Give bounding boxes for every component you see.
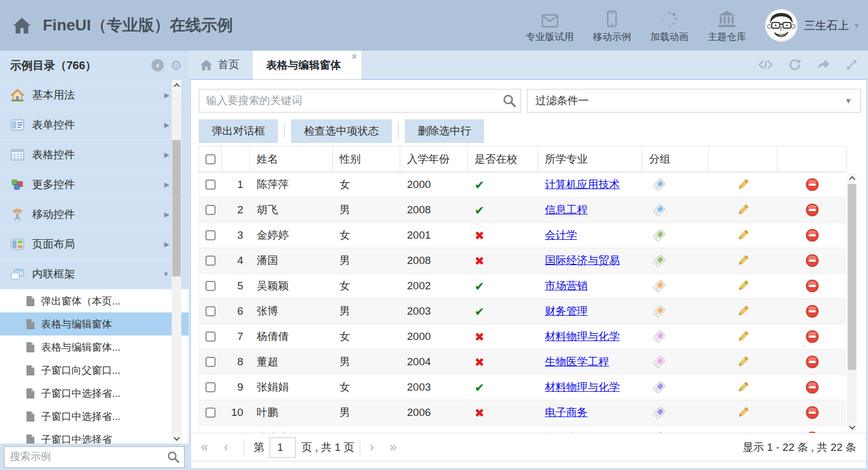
sidebar-menu-item[interactable]: 移动控件 ▶ bbox=[0, 200, 189, 230]
sidebar-menu-item[interactable]: 页面布局 ▶ bbox=[0, 230, 189, 259]
major-link[interactable]: 计算机应用技术 bbox=[545, 177, 620, 192]
scrollbar-thumb[interactable] bbox=[172, 140, 181, 276]
prev-page-icon[interactable]: ‹ bbox=[224, 441, 229, 454]
scrollbar-thumb[interactable] bbox=[848, 184, 856, 370]
major-link[interactable]: 材料物理与化学 bbox=[545, 380, 620, 395]
delete-icon[interactable] bbox=[777, 350, 846, 374]
sidebar-menu-item[interactable]: 更多控件 ▶ bbox=[0, 170, 189, 200]
enrolled-cross-icon: ✖ bbox=[475, 331, 485, 343]
delete-icon[interactable] bbox=[777, 324, 846, 349]
major-link[interactable]: 电子商务 bbox=[545, 405, 588, 420]
user-menu[interactable]: 三生石上 ▼ bbox=[765, 9, 860, 42]
row-checkbox[interactable] bbox=[205, 256, 216, 266]
toolbar-button[interactable]: 删除选中行 bbox=[405, 119, 484, 143]
delete-icon[interactable] bbox=[777, 172, 846, 197]
row-checkbox[interactable] bbox=[205, 205, 216, 215]
sidebar-menu-item[interactable]: 基本用法 ▶ bbox=[0, 80, 189, 110]
delete-icon[interactable] bbox=[777, 400, 846, 425]
tab-grid-edit-window[interactable]: 表格与编辑窗体 × bbox=[253, 51, 361, 79]
row-checkbox[interactable] bbox=[205, 180, 216, 190]
delete-icon[interactable] bbox=[777, 223, 846, 248]
code-icon[interactable] bbox=[758, 59, 773, 70]
row-checkbox[interactable] bbox=[205, 230, 216, 240]
share-icon[interactable] bbox=[817, 59, 830, 70]
page-prefix-label: 第 bbox=[253, 440, 264, 455]
sidebar-scrollbar[interactable] bbox=[172, 80, 181, 444]
edit-icon[interactable] bbox=[709, 299, 777, 324]
refresh-icon[interactable] bbox=[788, 59, 802, 71]
scroll-up-icon[interactable] bbox=[847, 173, 857, 183]
scroll-down-icon[interactable] bbox=[847, 422, 857, 432]
sidebar-sub-item[interactable]: 弹出窗体（本页... bbox=[0, 289, 189, 312]
row-checkbox[interactable] bbox=[205, 357, 216, 367]
sidebar-menu-item[interactable]: 内联框架 ▼ bbox=[0, 259, 189, 289]
row-checkbox[interactable] bbox=[205, 306, 216, 316]
delete-icon[interactable] bbox=[777, 426, 846, 433]
cell-name: 陈萍萍 bbox=[250, 172, 333, 197]
last-page-icon[interactable]: » bbox=[390, 441, 397, 454]
sidebar-search-input[interactable] bbox=[5, 447, 184, 467]
major-link[interactable]: 材料物理与化学 bbox=[545, 329, 620, 344]
edit-icon[interactable] bbox=[709, 172, 777, 197]
collapse-sidebar-icon[interactable]: ‹ bbox=[151, 59, 164, 71]
select-all-checkbox[interactable] bbox=[205, 154, 216, 164]
sidebar-sub-item[interactable]: 子窗口中选择省... bbox=[0, 405, 189, 428]
delete-icon[interactable] bbox=[777, 299, 846, 324]
expand-icon[interactable] bbox=[845, 59, 858, 71]
edit-icon[interactable] bbox=[709, 198, 777, 222]
topnav-item[interactable]: 专业版试用 bbox=[526, 7, 574, 43]
edit-icon[interactable] bbox=[709, 426, 777, 433]
topnav-item[interactable]: 主题仓库 bbox=[708, 7, 746, 43]
cell-year: 2004 bbox=[400, 350, 468, 374]
row-checkbox[interactable] bbox=[205, 382, 216, 392]
delete-icon[interactable] bbox=[777, 274, 846, 298]
table-scrollbar[interactable] bbox=[847, 173, 857, 432]
topnav-item[interactable]: 加载动画 bbox=[650, 7, 688, 43]
filter-dropdown[interactable]: 过滤条件一 ▼ bbox=[527, 89, 861, 113]
file-icon bbox=[26, 411, 35, 422]
edit-icon[interactable] bbox=[709, 400, 777, 425]
delete-icon[interactable] bbox=[777, 375, 846, 400]
file-icon bbox=[26, 434, 35, 444]
sidebar-sub-item[interactable]: 子窗口中选择省... bbox=[0, 382, 189, 405]
major-link[interactable]: 会计学 bbox=[545, 228, 577, 243]
delete-icon[interactable] bbox=[777, 248, 846, 273]
table-toolbar: 弹出对话框检查选中项状态删除选中行 bbox=[199, 119, 484, 143]
edit-icon[interactable] bbox=[709, 324, 777, 349]
row-checkbox[interactable] bbox=[205, 281, 216, 291]
major-link[interactable]: 信息工程 bbox=[545, 203, 588, 217]
edit-icon[interactable] bbox=[709, 375, 777, 400]
major-link[interactable]: 生物医学工程 bbox=[545, 355, 609, 369]
house-icon bbox=[10, 88, 25, 102]
scroll-up-icon[interactable] bbox=[172, 80, 181, 91]
sidebar-sub-item[interactable]: 子窗口中选择省 bbox=[0, 428, 189, 444]
major-link[interactable]: 财务管理 bbox=[545, 304, 588, 319]
sidebar-menu-item[interactable]: 表单控件 ▶ bbox=[0, 110, 189, 140]
page-number-input[interactable] bbox=[270, 437, 296, 458]
cell-gender: 男 bbox=[333, 400, 400, 425]
sidebar-sub-item[interactable]: 表格与编辑窗体... bbox=[0, 335, 189, 359]
edit-icon[interactable] bbox=[709, 274, 777, 298]
row-checkbox[interactable] bbox=[205, 332, 216, 342]
sidebar-sub-item[interactable]: 子窗口向父窗口... bbox=[0, 359, 189, 382]
topnav-item[interactable]: 移动示例 bbox=[593, 7, 631, 43]
toolbar-button[interactable]: 检查选中项状态 bbox=[291, 119, 392, 143]
sidebar-menu-item[interactable]: 表格控件 ▶ bbox=[0, 140, 189, 170]
major-link[interactable]: 国际经济与贸易 bbox=[545, 253, 620, 268]
search-icon[interactable] bbox=[503, 94, 516, 108]
scroll-down-icon[interactable] bbox=[172, 433, 181, 444]
toolbar-button[interactable]: 弹出对话框 bbox=[199, 119, 278, 143]
tab-home[interactable]: 首页 bbox=[189, 51, 250, 79]
keyword-search-input[interactable] bbox=[199, 89, 521, 112]
edit-icon[interactable] bbox=[709, 223, 777, 248]
next-page-icon[interactable]: › bbox=[369, 441, 374, 454]
row-checkbox[interactable] bbox=[205, 408, 216, 418]
delete-icon[interactable] bbox=[777, 198, 846, 222]
major-link[interactable]: 市场营销 bbox=[545, 279, 588, 293]
edit-icon[interactable] bbox=[709, 248, 777, 273]
close-icon[interactable]: × bbox=[352, 52, 357, 61]
first-page-icon[interactable]: « bbox=[201, 441, 208, 454]
sidebar-sub-item[interactable]: 表格与编辑窗体 bbox=[0, 312, 189, 335]
edit-icon[interactable] bbox=[709, 350, 777, 374]
gear-icon[interactable]: ⚙ bbox=[170, 59, 182, 72]
